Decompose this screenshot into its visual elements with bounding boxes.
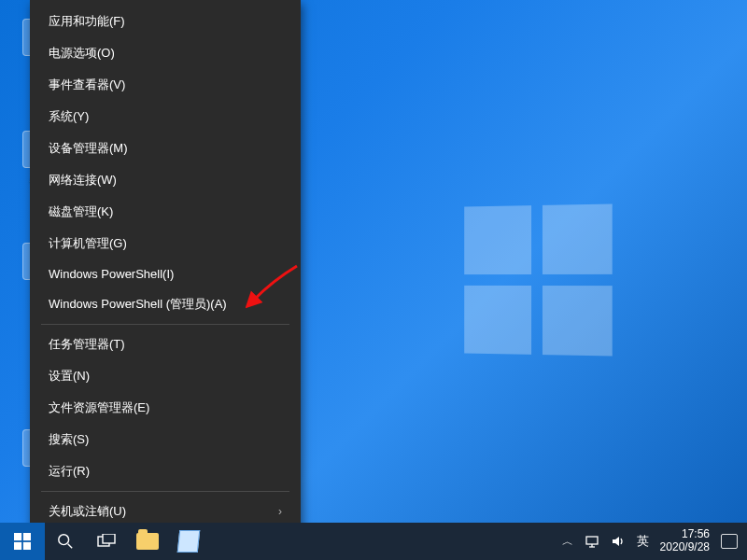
start-button[interactable] [0, 523, 45, 560]
folder-icon [136, 533, 159, 550]
context-menu-item[interactable]: 运行(R) [30, 455, 301, 487]
svg-point-4 [59, 535, 69, 545]
context-menu-item[interactable]: 设置(N) [30, 360, 301, 392]
context-menu-item-label: 系统(Y) [49, 108, 89, 125]
clock-time: 17:56 [660, 528, 710, 541]
context-menu-item[interactable]: 文件资源管理器(E) [30, 392, 301, 424]
context-menu-item[interactable]: 计算机管理(G) [30, 228, 301, 259]
winx-context-menu: 应用和功能(F)电源选项(O)事件查看器(V)系统(Y)设备管理器(M)网络连接… [30, 0, 301, 560]
desktop: 應Adm此控 应用和功能(F)电源选项(O)事件查看器(V)系统(Y)设备管理器… [0, 0, 747, 560]
svg-rect-2 [14, 542, 21, 550]
context-menu-item[interactable]: 系统(Y) [30, 101, 301, 133]
taskbar-app-file-explorer[interactable] [127, 523, 168, 560]
context-menu-item[interactable]: 电源选项(O) [30, 37, 301, 69]
context-menu-item[interactable]: Windows PowerShell(I) [30, 259, 301, 288]
clock-date: 2020/9/28 [660, 541, 710, 554]
taskbar: ︿ 英 17:56 2020/9/28 [0, 523, 747, 560]
svg-rect-1 [23, 533, 31, 540]
context-menu-item-label: 设置(N) [49, 368, 90, 385]
task-view-button[interactable] [86, 523, 127, 560]
tray-overflow-button[interactable]: ︿ [562, 534, 573, 550]
chevron-right-icon: › [278, 505, 282, 518]
context-menu-item[interactable]: 搜索(S) [30, 424, 301, 455]
context-menu-item-label: 搜索(S) [49, 431, 89, 448]
context-menu-item[interactable]: 事件查看器(V) [30, 69, 301, 101]
context-menu-item-label: 事件查看器(V) [49, 77, 125, 93]
menu-separator [41, 324, 289, 325]
context-menu-item-label: 关机或注销(U) [49, 503, 126, 520]
system-tray: ︿ 英 17:56 2020/9/28 [562, 528, 747, 554]
volume-icon[interactable] [611, 534, 626, 549]
taskbar-clock[interactable]: 17:56 2020/9/28 [660, 528, 710, 554]
context-menu-item[interactable]: 任务管理器(T) [30, 329, 301, 360]
context-menu-item-label: 磁盘管理(K) [49, 203, 113, 220]
ime-indicator[interactable]: 英 [637, 533, 649, 550]
action-center-button[interactable] [721, 534, 738, 549]
document-icon [177, 530, 201, 553]
context-menu-item[interactable]: 磁盘管理(K) [30, 196, 301, 228]
svg-rect-7 [103, 534, 115, 543]
context-menu-item[interactable]: Windows PowerShell (管理员)(A) [30, 288, 301, 320]
task-view-icon [97, 534, 116, 549]
search-icon [57, 533, 74, 550]
context-menu-item[interactable]: 应用和功能(F) [30, 6, 301, 37]
menu-separator [41, 491, 289, 492]
context-menu-item-label: 设备管理器(M) [49, 140, 128, 157]
context-menu-item-label: Windows PowerShell(I) [49, 267, 174, 281]
network-icon[interactable] [585, 534, 599, 549]
taskbar-search-button[interactable] [45, 523, 86, 560]
svg-rect-3 [23, 542, 31, 550]
context-menu-item-label: 电源选项(O) [49, 45, 115, 62]
taskbar-app-document[interactable] [168, 523, 209, 560]
context-menu-item-label: 文件资源管理器(E) [49, 399, 149, 416]
context-menu-item-label: 任务管理器(T) [49, 336, 125, 353]
context-menu-item-label: 运行(R) [49, 463, 90, 480]
context-menu-item[interactable]: 网络连接(W) [30, 164, 301, 196]
context-menu-item-label: 应用和功能(F) [49, 13, 125, 30]
svg-rect-0 [14, 533, 21, 540]
context-menu-item-label: 计算机管理(G) [49, 235, 127, 252]
svg-line-5 [68, 544, 73, 549]
windows-icon [14, 533, 31, 550]
context-menu-item-label: 网络连接(W) [49, 172, 117, 189]
windows-logo-wallpaper [464, 203, 612, 356]
svg-rect-8 [586, 537, 598, 544]
context-menu-item-label: Windows PowerShell (管理员)(A) [49, 296, 227, 313]
context-menu-item[interactable]: 设备管理器(M) [30, 133, 301, 164]
